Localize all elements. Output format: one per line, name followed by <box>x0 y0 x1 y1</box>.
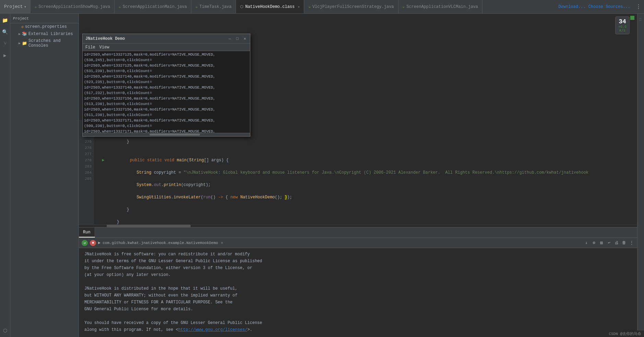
tab-label-3: TimeTask.java <box>200 4 232 9</box>
badge-sub2: K/s <box>618 29 627 33</box>
float-line-7: id=2503,when=13327171,mask=0,modifiers=N… <box>84 118 249 129</box>
h-scroll-thumb <box>107 225 190 227</box>
run-config-icon: ▶ <box>98 240 100 245</box>
content-area: JNativeHook Demo — □ ✕ File View id=2503… <box>79 14 637 337</box>
project-menu[interactable]: Project ▾ <box>0 0 31 13</box>
console-line-5 <box>84 278 632 285</box>
console-line-11: You should have received a copy of the G… <box>84 319 632 326</box>
tab-screenappmain[interactable]: ☕ ScreenApplicationMain.java <box>115 0 191 13</box>
tab-timetask[interactable]: ☕ TimeTask.java <box>191 0 236 13</box>
code-line-278: SwingUtilities.invokeLater(run() -> { ne… <box>97 194 634 200</box>
maximize-button[interactable]: □ <box>235 36 240 41</box>
floating-menu-view[interactable]: View <box>99 45 109 50</box>
settings-button[interactable]: ⚙ <box>591 240 597 246</box>
project-dropdown-icon: ▾ <box>24 5 26 9</box>
run-tab[interactable]: Run <box>79 228 95 237</box>
float-line-1: id=2503,when=13327125,mask=0,modifiers=N… <box>84 52 249 63</box>
filter-button[interactable]: ▤ <box>599 240 604 246</box>
project-label: Project <box>4 4 23 9</box>
top-right-actions: Download... Choose Sources... <box>558 4 633 9</box>
run-config-label: com.github.kwhat.jnativehook.example.Nat… <box>103 241 218 245</box>
main-layout: 📁 🔍 ⑂ ▶ ⬡ Project ⚙ screen.properties ▶ … <box>0 14 644 337</box>
floating-horizontal-scrollbar[interactable] <box>83 133 250 136</box>
properties-file-icon: ⚙ <box>21 25 24 29</box>
activity-run-icon[interactable]: ▶ <box>1 51 9 59</box>
menu-dots-button[interactable]: ⋮ <box>633 3 644 10</box>
run-config-close[interactable]: ✕ <box>221 241 223 245</box>
console-line-8: MERCHANTABILITY or FITNESS FOR A PARTICU… <box>84 299 632 306</box>
console-line-3: by the Free Software Foundation, either … <box>84 265 632 271</box>
line-num-284: 284 <box>82 170 92 176</box>
line-num-277: 277 <box>82 151 92 157</box>
line-num-276: 276 <box>82 145 92 151</box>
floating-menu-file[interactable]: File <box>85 45 95 50</box>
line-num-278: 278 <box>82 157 92 163</box>
java-file-icon-6: ☕ <box>403 4 405 9</box>
stop-button[interactable]: ■ <box>90 240 96 246</box>
sidebar-item-scratches-consoles[interactable]: ▶ 📁 Scratches and Consoles <box>10 37 79 49</box>
more-button[interactable]: ⋮ <box>629 240 634 246</box>
arrow-scratches: ▶ <box>19 41 21 45</box>
tab-vlcjfullscreen[interactable]: ☕ VlcjPlayerFullScreenStrategy.java <box>304 0 398 13</box>
activity-search-icon[interactable]: 🔍 <box>1 28 9 36</box>
clear-button[interactable]: 🗑 <box>621 240 627 246</box>
java-file-icon-1: ☕ <box>35 4 37 9</box>
bottom-panel: Run ↺ ■ ▶ com.github.kwhat.jnativehook.e… <box>79 227 637 337</box>
console-line-10 <box>84 313 632 319</box>
tab-label-4: NativeHookDemo.class <box>245 4 295 9</box>
tab-screenvlcmain[interactable]: ☕ ScreenApplicationVLCMain.java <box>398 0 482 13</box>
download-link[interactable]: Download... <box>558 4 585 9</box>
sidebar-item-screen-properties[interactable]: ⚙ screen.properties <box>10 23 79 30</box>
tab-label-1: ScreenApplicationShowMsg.java <box>38 4 110 9</box>
console-line-1: JNativeHook is free software: you can re… <box>84 251 632 258</box>
choose-sources-link[interactable]: Choose Sources... <box>588 4 630 9</box>
right-sidebar: || <box>637 14 644 337</box>
tab-close-4[interactable]: ✕ <box>298 5 300 9</box>
sidebar-header-label: Project <box>13 16 29 21</box>
activity-folder-icon[interactable]: 📁 <box>1 16 9 24</box>
java-file-icon-3: ☕ <box>195 4 198 9</box>
java-file-icon-2: ☕ <box>119 4 121 9</box>
editor-horizontal-scrollbar[interactable] <box>79 224 637 227</box>
line-num-283: 283 <box>82 163 92 170</box>
code-line-284: } <box>97 219 634 224</box>
number-badge: 34 +0.6 K/s <box>615 16 630 34</box>
gnu-license-link[interactable]: http://www.gnu.org/licenses/ <box>178 327 248 332</box>
scratches-icon: 📁 <box>22 41 27 46</box>
minimize-button[interactable]: — <box>227 36 232 41</box>
scroll-to-end-button[interactable]: ⇓ <box>584 240 589 246</box>
arrow-external-libraries: ▶ <box>19 32 21 36</box>
tab-label-6: ScreenApplicationVLCMain.java <box>406 4 478 9</box>
float-line-6: id=2503,when=13327156,mask=0,modifiers=N… <box>84 107 249 118</box>
status-bar-bottom: CSDN @去你的马命 <box>606 330 644 337</box>
code-line-283: } <box>97 207 634 213</box>
run-tab-label: Run <box>83 230 91 235</box>
close-button[interactable]: ✕ <box>242 36 247 41</box>
top-bar: Project ▾ ☕ ScreenApplicationShowMsg.jav… <box>0 0 644 14</box>
floating-menu-bar: File View <box>83 44 250 51</box>
activity-git-icon[interactable]: ⑂ <box>1 40 9 47</box>
activity-extensions-icon[interactable]: ⬡ <box>1 327 9 334</box>
status-bar-text: CSDN @去你的马命 <box>609 332 641 336</box>
run-toolbar: ↺ ■ ▶ com.github.kwhat.jnativehook.examp… <box>79 238 637 248</box>
tab-nativehookdemo[interactable]: ⬡ NativeHookDemo.class ✕ <box>236 0 304 13</box>
sidebar-label-external-libraries: External Libraries <box>28 32 73 36</box>
floating-title-bar: JNativeHook Demo — □ ✕ <box>83 34 250 44</box>
external-libraries-icon: 📚 <box>22 31 27 36</box>
code-line-277: System.out.println(copyright); <box>97 182 634 188</box>
code-editor: JNativeHook Demo — □ ✕ File View id=2503… <box>79 14 637 224</box>
console-line-2: it under the terms of the GNU Lesser Gen… <box>84 258 632 265</box>
sidebar-label-scratches: Scratches and Consoles <box>28 38 76 48</box>
wrap-button[interactable]: ↩ <box>606 240 612 246</box>
sidebar: Project ⚙ screen.properties ▶ 📚 External… <box>10 14 79 337</box>
sidebar-item-external-libraries[interactable]: ▶ 📚 External Libraries <box>10 30 79 37</box>
float-line-2: id=2503,when=13327125,mask=0,modifiers=N… <box>84 63 249 74</box>
floating-content[interactable]: id=2503,when=13327125,mask=0,modifiers=N… <box>83 51 250 133</box>
right-sidebar-label: || <box>639 18 642 21</box>
tab-screenshowmsg[interactable]: ☕ ScreenApplicationShowMsg.java <box>31 0 115 13</box>
floating-window-title: JNativeHook Demo <box>85 36 225 41</box>
print-button[interactable]: 🖨 <box>614 240 619 246</box>
sidebar-label-screen-properties: screen.properties <box>25 24 67 29</box>
console-line-6: JNativeHook is distributed in the hope t… <box>84 285 632 292</box>
restart-button[interactable]: ↺ <box>82 240 88 246</box>
